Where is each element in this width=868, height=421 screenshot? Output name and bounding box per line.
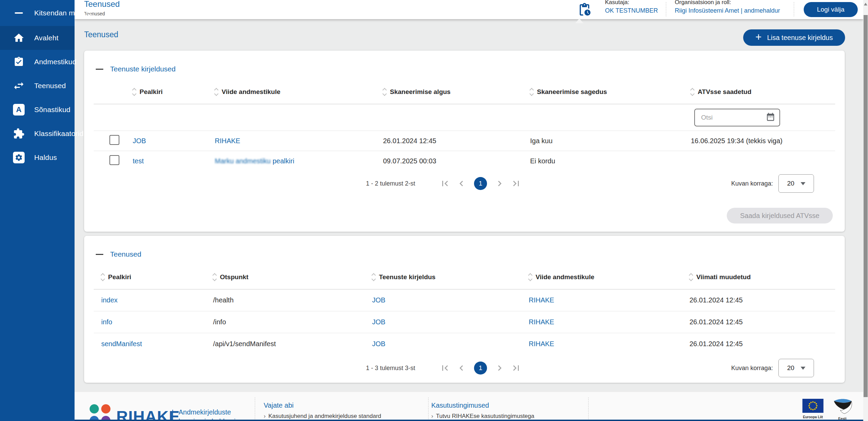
sort-icon — [689, 274, 693, 281]
service-link[interactable]: sendManifest — [101, 340, 142, 348]
card-collapse-header[interactable]: Teenuste kirjeldused — [84, 51, 845, 73]
prev-page-button[interactable] — [456, 362, 467, 374]
row-checkbox[interactable] — [109, 155, 119, 165]
plus-icon: + — [755, 31, 762, 43]
last-page-button[interactable] — [510, 178, 522, 189]
terms-link[interactable]: ›Tutvu RIHAKEse kasutustingimustega — [431, 413, 534, 420]
service-description-link[interactable]: JOB — [372, 340, 385, 348]
chevron-down-icon — [801, 182, 805, 185]
scrollbar[interactable] — [863, 0, 868, 421]
service-description-link[interactable]: JOB — [372, 296, 385, 304]
next-page-button[interactable] — [494, 178, 505, 189]
per-page-label: Kuvan korraga: — [731, 180, 773, 187]
next-page-button[interactable] — [494, 362, 505, 374]
sort-icon — [133, 89, 136, 95]
first-page-button[interactable] — [439, 362, 451, 374]
dataset-link[interactable]: RIHAKE — [529, 318, 554, 326]
sort-icon — [213, 274, 216, 281]
per-page-select[interactable]: 20 — [778, 174, 814, 193]
divider — [666, 2, 666, 16]
letter-a-icon: A — [12, 103, 25, 116]
column-header-atvsse-saadetud[interactable]: ATVsse saadetud — [691, 88, 834, 96]
atv-date-filter[interactable] — [694, 109, 780, 126]
column-header-pealkiri[interactable]: Pealkiri — [101, 273, 213, 281]
sidebar-item-sonastikud[interactable]: A Sõnastikud — [0, 98, 75, 122]
column-header-skaneerimise-sagedus[interactable]: Skaneerimise sagedus — [530, 88, 691, 96]
collapse-menu-icon — [12, 6, 25, 19]
footer-terms-title: Kasutustingimused — [431, 402, 534, 409]
service-description-link[interactable]: test — [133, 157, 144, 165]
sort-icon — [691, 89, 694, 95]
column-header-pealkiri[interactable]: Pealkiri — [133, 88, 215, 96]
service-description-link[interactable]: JOB — [133, 137, 146, 145]
dataset-link[interactable]: RIHAKE — [529, 296, 554, 304]
help-link[interactable]: ›Kasutusjuhend ja andmekirjelduse standa… — [264, 413, 381, 420]
service-description-link[interactable]: JOB — [372, 318, 385, 326]
sidebar-item-haldus[interactable]: Haldus — [0, 146, 75, 169]
user-info: Kasutaja: OK TESTNUMBER — [605, 0, 658, 14]
user-value[interactable]: OK TESTNUMBER — [605, 7, 658, 14]
sidebar-item-collapse-menu[interactable]: Kitsendan menüü — [0, 0, 75, 26]
dataset-link[interactable]: RIHAKE — [529, 340, 554, 348]
per-page-select[interactable]: 20 — [778, 359, 814, 377]
per-page-label: Kuvan korraga: — [731, 365, 773, 372]
logout-button[interactable]: Logi välja — [804, 2, 858, 17]
last-page-button[interactable] — [510, 362, 522, 374]
column-header-viide-andmestikule[interactable]: Viide andmestikule — [529, 273, 689, 281]
scroll-up-arrow-icon[interactable] — [864, 3, 867, 5]
calendar-icon[interactable] — [766, 112, 775, 123]
eu-flag: Euroopa Liit — [802, 399, 824, 419]
divider — [428, 397, 429, 421]
transfer-arrows-icon — [12, 79, 25, 92]
table-row: info /info JOB RIHAKE 26.01.2024 12:45 — [94, 311, 835, 333]
first-page-button[interactable] — [439, 178, 451, 189]
sidebar-item-teenused[interactable]: Teenused — [0, 74, 75, 98]
table-row: test Marku andmestiku pealkiri 09.07.202… — [94, 151, 835, 171]
chevron-down-icon — [801, 367, 805, 370]
sidebar-item-avaleht[interactable]: Avaleht — [0, 26, 75, 50]
table-header-row: Pealkiri Otspunkt Teenuste kirjeldus Vii… — [94, 273, 835, 289]
footer: RIHAKE Andmekirjelduste loomine ja halda… — [75, 392, 863, 421]
column-header-skaneerimise-algus[interactable]: Skaneerimise algus — [383, 88, 530, 96]
column-header-viide-andmestikule[interactable]: Viide andmestikule — [215, 88, 383, 96]
footer-terms-section: Kasutustingimused ›Tutvu RIHAKEse kasutu… — [431, 402, 534, 420]
prev-page-button[interactable] — [456, 178, 467, 189]
footer-help-title: Vajate abi — [264, 402, 381, 409]
send-to-atv-button[interactable]: Saada kirjeldused ATVsse — [727, 208, 833, 223]
column-header-otspunkt[interactable]: Otspunkt — [213, 273, 372, 281]
sort-icon — [215, 89, 218, 95]
service-link[interactable]: index — [101, 296, 118, 304]
column-header-teenuste-kirjeldus[interactable]: Teenuste kirjeldus — [372, 273, 529, 281]
org-value[interactable]: Riigi Infosüsteemi Amet | andmehaldur — [675, 7, 780, 14]
divider — [588, 397, 589, 421]
add-service-description-button[interactable]: + Lisa teenuse kirjeldus — [743, 29, 845, 46]
divider — [255, 397, 255, 421]
current-page[interactable]: 1 — [474, 177, 487, 190]
dataset-link[interactable]: RIHAKE — [215, 137, 240, 145]
sort-icon — [383, 89, 386, 95]
current-page[interactable]: 1 — [474, 362, 487, 375]
scrollbar-thumb[interactable] — [864, 15, 868, 397]
puzzle-icon — [12, 127, 25, 140]
page-title: Teenused — [84, 30, 118, 39]
gear-icon — [12, 151, 25, 164]
search-input[interactable] — [700, 113, 766, 122]
org-info: Organisatsioon ja roll: Riigi Infosüstee… — [675, 0, 780, 14]
per-page-control: Kuvan korraga: 20 — [731, 174, 814, 193]
sidebar-item-klassifikaatorid[interactable]: Klassifikaatorid — [0, 122, 75, 146]
table-header-row: Pealkiri Viide andmestikule Skaneerimise… — [94, 88, 835, 104]
column-header-viimati-muudetud[interactable]: Viimati muudetud — [689, 273, 833, 281]
service-link[interactable]: info — [101, 318, 112, 326]
table-row: JOB RIHAKE 26.01.2024 12:45 Iga kuu 16.0… — [94, 131, 835, 151]
sort-icon — [101, 274, 104, 281]
row-checkbox[interactable] — [109, 135, 119, 145]
org-label: Organisatsioon ja roll: — [675, 0, 780, 6]
sidebar-item-andmestikud[interactable]: Andmestikud — [0, 50, 75, 74]
dataset-link[interactable]: Marku andmestiku pealkiri — [215, 157, 294, 165]
footer-logo-text: RIHAKE — [116, 407, 180, 421]
clipboard-check-icon — [12, 55, 25, 68]
topbar-title: Teenused — [84, 0, 120, 9]
sort-icon — [530, 89, 533, 95]
card-collapse-header[interactable]: Teenused — [84, 236, 845, 258]
rihake-logo-icon — [90, 404, 110, 421]
